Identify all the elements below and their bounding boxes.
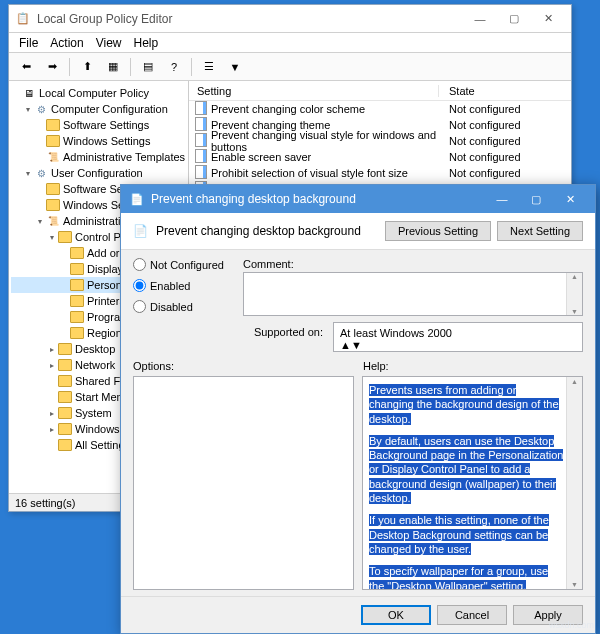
policy-icon [195, 149, 207, 165]
gear-icon [33, 103, 49, 115]
policy-icon [195, 165, 207, 181]
close-button[interactable]: ✕ [531, 8, 565, 30]
policy-item-icon: 📄 [133, 224, 148, 238]
help-p1: Prevents users from adding or changing t… [369, 384, 559, 425]
tree-item-label: Administrative Templates [63, 151, 185, 163]
dialog-title: Prevent changing desktop background [151, 192, 485, 206]
tree-item-label: System [75, 407, 112, 419]
show-hide-button[interactable]: ▦ [102, 56, 124, 78]
setting-row[interactable]: Prevent changing visual style for window… [189, 133, 571, 149]
dialog-minimize-button[interactable]: — [485, 188, 519, 210]
tree-item[interactable]: Software Settings [11, 117, 186, 133]
setting-name: Prevent changing color scheme [211, 103, 365, 115]
scrollbar[interactable]: ▲▼ [566, 377, 582, 589]
tree-item-label: User Configuration [51, 167, 143, 179]
radio-not-configured[interactable]: Not Configured [133, 258, 233, 271]
forward-button[interactable]: ➡ [41, 56, 63, 78]
supported-on-value: At least Windows 2000▲▼ [333, 322, 583, 352]
radio-disabled[interactable]: Disabled [133, 300, 233, 313]
policy-icon: 📄 [129, 191, 145, 207]
tree-item-label: Display [87, 263, 123, 275]
folder-icon [69, 327, 85, 339]
watermark: wsxdn.com [549, 620, 594, 630]
menu-file[interactable]: File [19, 36, 38, 50]
gear-icon [33, 167, 49, 179]
options-label: Options: [133, 360, 353, 372]
tree-item-label: Windows Settings [63, 135, 150, 147]
list-header[interactable]: Setting State [189, 81, 571, 101]
dialog-close-button[interactable]: ✕ [553, 188, 587, 210]
back-button[interactable]: ⬅ [15, 56, 37, 78]
setting-state: Not configured [439, 167, 571, 179]
scroll-icon [45, 215, 61, 227]
filter-button[interactable]: ☰ [198, 56, 220, 78]
folder-icon [57, 343, 73, 355]
minimize-button[interactable]: — [463, 8, 497, 30]
supported-on-label: Supported on: [133, 322, 323, 338]
menu-action[interactable]: Action [50, 36, 83, 50]
cancel-button[interactable]: Cancel [437, 605, 507, 625]
expand-icon[interactable]: ▸ [47, 409, 57, 418]
tree-item[interactable]: Local Computer Policy [11, 85, 186, 101]
expand-icon[interactable]: ▾ [23, 105, 33, 114]
previous-setting-button[interactable]: Previous Setting [385, 221, 491, 241]
dialog-titlebar[interactable]: 📄 Prevent changing desktop background — … [121, 185, 595, 213]
tree-item-label: Computer Configuration [51, 103, 168, 115]
menu-help[interactable]: Help [134, 36, 159, 50]
tree-item-label: Network [75, 359, 115, 371]
help-p3: If you enable this setting, none of the … [369, 514, 549, 555]
folder-icon [57, 375, 73, 387]
setting-row[interactable]: Enable screen saverNot configured [189, 149, 571, 165]
next-setting-button[interactable]: Next Setting [497, 221, 583, 241]
tree-item[interactable]: ▾Computer Configuration [11, 101, 186, 117]
comment-textbox[interactable]: ▲▼ [243, 272, 583, 316]
tree-item[interactable]: ▾User Configuration [11, 165, 186, 181]
setting-name: Enable screen saver [211, 151, 311, 163]
folder-icon [69, 279, 85, 291]
setting-state: Not configured [439, 103, 571, 115]
up-button[interactable]: ⬆ [76, 56, 98, 78]
status-text: 16 setting(s) [15, 497, 76, 509]
expand-icon[interactable]: ▸ [47, 425, 57, 434]
filter-options-button[interactable]: ▼ [224, 56, 246, 78]
folder-icon [45, 199, 61, 211]
folder-icon [69, 247, 85, 259]
policy-icon [195, 101, 207, 117]
setting-state: Not configured [439, 151, 571, 163]
tree-item[interactable]: Windows Settings [11, 133, 186, 149]
expand-icon[interactable]: ▸ [47, 345, 57, 354]
folder-icon [57, 439, 73, 451]
comment-label: Comment: [243, 258, 583, 270]
expand-icon[interactable]: ▾ [23, 169, 33, 178]
export-button[interactable]: ▤ [137, 56, 159, 78]
col-state[interactable]: State [439, 85, 571, 97]
policy-name: Prevent changing desktop background [156, 224, 361, 238]
folder-icon [57, 407, 73, 419]
expand-icon[interactable]: ▾ [47, 233, 57, 242]
scrollbar[interactable]: ▲▼ [340, 339, 576, 351]
col-setting[interactable]: Setting [189, 85, 439, 97]
dialog-maximize-button[interactable]: ▢ [519, 188, 553, 210]
titlebar[interactable]: 📋 Local Group Policy Editor — ▢ ✕ [9, 5, 571, 33]
options-pane[interactable] [133, 376, 354, 590]
policy-dialog: 📄 Prevent changing desktop background — … [120, 184, 596, 634]
radio-enabled[interactable]: Enabled [133, 279, 233, 292]
maximize-button[interactable]: ▢ [497, 8, 531, 30]
help-button[interactable]: ? [163, 56, 185, 78]
scrollbar[interactable]: ▲▼ [566, 273, 582, 315]
help-pane[interactable]: Prevents users from adding or changing t… [362, 376, 583, 590]
ok-button[interactable]: OK [361, 605, 431, 625]
folder-icon [45, 135, 61, 147]
folder-icon [69, 311, 85, 323]
expand-icon[interactable]: ▾ [35, 217, 45, 226]
menu-view[interactable]: View [96, 36, 122, 50]
tree-item[interactable]: Administrative Templates [11, 149, 186, 165]
setting-row[interactable]: Prohibit selection of visual style font … [189, 165, 571, 181]
setting-row[interactable]: Prevent changing color schemeNot configu… [189, 101, 571, 117]
folder-icon [45, 119, 61, 131]
expand-icon[interactable]: ▸ [47, 361, 57, 370]
app-icon: 📋 [15, 11, 31, 27]
folder-icon [69, 263, 85, 275]
folder-icon [45, 183, 61, 195]
window-title: Local Group Policy Editor [37, 12, 463, 26]
